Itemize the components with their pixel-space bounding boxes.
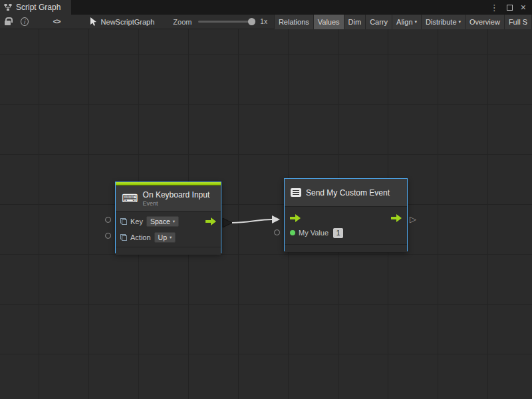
window-controls: ⋮ × bbox=[490, 0, 532, 15]
zoom-label: Zoom bbox=[173, 18, 192, 26]
graph-canvas[interactable] bbox=[0, 29, 532, 399]
key-dropdown[interactable]: Space ▾ bbox=[146, 216, 179, 227]
graph-icon bbox=[4, 3, 12, 11]
key-dropdown-value: Space bbox=[150, 217, 170, 225]
toolbar-button-relations[interactable]: Relations bbox=[274, 15, 314, 29]
graph-name[interactable]: NewScriptGraph bbox=[101, 18, 155, 26]
action-dropdown[interactable]: Up ▾ bbox=[154, 232, 176, 243]
port-label: Key bbox=[130, 217, 143, 225]
node-title: Send My Custom Event bbox=[306, 188, 390, 198]
info-icon[interactable]: i bbox=[21, 17, 29, 26]
node-header[interactable]: ⌨ On Keyboard Input Event bbox=[116, 186, 221, 211]
port-row-key: Key Space ▾ bbox=[116, 214, 221, 228]
port-row-flow bbox=[285, 211, 407, 225]
toolbar: i <> NewScriptGraph Zoom 1x Relations Va… bbox=[0, 15, 532, 29]
lock-icon[interactable] bbox=[5, 21, 11, 25]
flow-continue-arrow-icon[interactable]: ▷ bbox=[410, 215, 416, 223]
maximize-icon[interactable] bbox=[507, 5, 513, 11]
code-icon[interactable]: <> bbox=[53, 18, 60, 26]
button-label: Carry bbox=[370, 18, 388, 26]
custom-event-icon bbox=[291, 188, 301, 197]
port-row-my-value: My Value 1 bbox=[285, 225, 407, 240]
zoom-value: 1x bbox=[260, 18, 267, 25]
cursor-icon[interactable] bbox=[90, 17, 97, 26]
value-dot-port-icon[interactable] bbox=[290, 230, 295, 235]
port-label: Action bbox=[130, 233, 151, 241]
node-header[interactable]: Send My Custom Event bbox=[285, 179, 407, 207]
node-body: Key Space ▾ Action Up ▾ bbox=[116, 211, 221, 247]
button-label: Distribute bbox=[426, 18, 456, 26]
button-label: Relations bbox=[279, 18, 309, 26]
button-label: Values bbox=[318, 18, 340, 26]
zoom-slider[interactable] bbox=[198, 21, 255, 23]
my-value-input[interactable]: 1 bbox=[333, 228, 343, 238]
toolbar-button-align[interactable]: Align ▾ bbox=[392, 15, 422, 29]
port-label: My Value bbox=[299, 229, 329, 237]
node-title: On Keyboard Input bbox=[143, 190, 210, 200]
chevron-down-icon: ▾ bbox=[173, 218, 175, 224]
port-row-action: Action Up ▾ bbox=[116, 230, 221, 244]
tab-title: Script Graph bbox=[16, 3, 61, 12]
zoom-slider-knob[interactable] bbox=[248, 18, 255, 25]
key-input-port[interactable] bbox=[105, 217, 111, 223]
chevron-down-icon: ▾ bbox=[170, 234, 172, 240]
flow-output-port-icon[interactable] bbox=[205, 217, 216, 225]
node-send-my-custom-event[interactable]: Send My Custom Event My Value 1 bbox=[284, 178, 408, 251]
toolbar-button-fullscreen[interactable]: Full S bbox=[505, 15, 532, 29]
toolbar-button-values[interactable]: Values bbox=[314, 15, 344, 29]
cursor-arrow-icon bbox=[90, 17, 97, 26]
tab-script-graph[interactable]: Script Graph bbox=[0, 0, 71, 15]
close-icon[interactable]: × bbox=[521, 3, 526, 12]
toolbar-button-dim[interactable]: Dim bbox=[344, 15, 366, 29]
value-port-icon bbox=[120, 234, 127, 241]
chevron-down-icon: ▾ bbox=[415, 19, 418, 25]
button-label: Full S bbox=[509, 18, 527, 26]
toolbar-button-overview[interactable]: Overview bbox=[466, 15, 505, 29]
button-label: Align bbox=[396, 18, 412, 26]
keyboard-icon: ⌨ bbox=[122, 193, 138, 204]
menu-icon[interactable]: ⋮ bbox=[490, 3, 499, 12]
toolbar-button-carry[interactable]: Carry bbox=[366, 15, 392, 29]
my-value-input-port[interactable] bbox=[274, 229, 280, 235]
value-port-icon bbox=[120, 218, 127, 225]
flow-input-port-icon[interactable] bbox=[290, 214, 301, 222]
node-footer bbox=[285, 244, 407, 252]
node-footer bbox=[116, 247, 221, 255]
node-on-keyboard-input[interactable]: ⌨ On Keyboard Input Event Key Space ▾ Ac… bbox=[115, 182, 221, 253]
button-label: Dim bbox=[348, 18, 362, 26]
toolbar-button-distribute[interactable]: Distribute ▾ bbox=[422, 15, 466, 29]
button-label: Overview bbox=[469, 18, 500, 26]
flow-output-port-icon[interactable] bbox=[391, 214, 402, 222]
node-body: My Value 1 bbox=[285, 207, 407, 244]
chevron-down-icon: ▾ bbox=[459, 19, 462, 25]
action-input-port[interactable] bbox=[105, 233, 111, 239]
toolbar-buttons: Relations Values Dim Carry Align ▾ Distr… bbox=[274, 15, 532, 29]
node-subtitle: Event bbox=[143, 200, 210, 207]
window-titlebar: Script Graph ⋮ × bbox=[0, 0, 532, 15]
action-dropdown-value: Up bbox=[158, 233, 167, 241]
